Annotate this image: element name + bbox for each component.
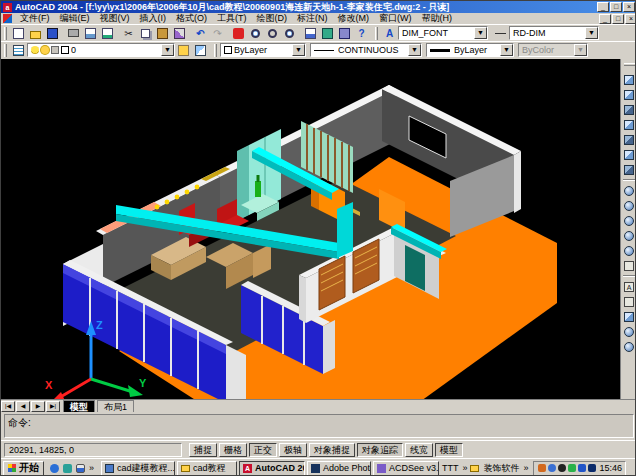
open-icon[interactable] bbox=[27, 26, 44, 41]
doc-minimize-button[interactable]: _ bbox=[599, 14, 611, 24]
dropdown-arrow-icon[interactable]: ▼ bbox=[408, 44, 421, 56]
gouraud-shaded-icon[interactable] bbox=[622, 132, 636, 147]
chevron-icon[interactable]: » bbox=[463, 463, 468, 473]
polar-toggle[interactable]: 极轴 bbox=[279, 443, 307, 457]
model-toggle[interactable]: 模型 bbox=[435, 443, 463, 457]
undo-icon[interactable]: ↶ bbox=[192, 26, 209, 41]
dropdown-arrow-icon[interactable]: ▼ bbox=[161, 44, 174, 56]
spelling-icon[interactable] bbox=[99, 26, 116, 41]
toolbar-grip[interactable] bbox=[624, 63, 635, 66]
materials-icon[interactable] bbox=[622, 243, 636, 258]
flat-shaded-icon[interactable] bbox=[622, 117, 636, 132]
drawing-canvas[interactable]: Z Y X A bbox=[1, 59, 636, 399]
minimize-button[interactable]: _ bbox=[597, 2, 609, 12]
make-object-layer-current-icon[interactable] bbox=[175, 43, 192, 58]
save-icon[interactable] bbox=[44, 26, 61, 41]
tab-next-icon[interactable]: ▶ bbox=[31, 401, 45, 412]
color-dropdown[interactable]: ByLayer ▼ bbox=[220, 43, 306, 57]
otrack-toggle[interactable]: 对象追踪 bbox=[357, 443, 403, 457]
browser-icon[interactable] bbox=[50, 464, 59, 473]
plot-preview-icon[interactable] bbox=[82, 26, 99, 41]
paste-icon[interactable] bbox=[154, 26, 171, 41]
layer-manager-icon[interactable] bbox=[10, 43, 27, 58]
close-button[interactable]: × bbox=[623, 2, 635, 12]
layer-freeze-icon[interactable] bbox=[41, 46, 49, 54]
chevron-icon[interactable]: » bbox=[89, 463, 94, 473]
mapping-icon[interactable] bbox=[622, 339, 636, 354]
properties-icon[interactable] bbox=[302, 26, 319, 41]
tab-layout1[interactable]: 布局1 bbox=[97, 400, 134, 412]
tray-icon-6[interactable] bbox=[588, 464, 596, 472]
tab-first-icon[interactable]: |◀ bbox=[1, 401, 15, 412]
language-indicator[interactable]: TTT bbox=[442, 463, 459, 473]
layer-lock-icon[interactable] bbox=[51, 46, 59, 54]
gouraud-shaded-edges-icon[interactable] bbox=[622, 162, 636, 177]
tray-icon-2[interactable] bbox=[548, 464, 556, 472]
show-desktop-icon[interactable] bbox=[63, 464, 72, 473]
ortho-toggle[interactable]: 正交 bbox=[249, 443, 277, 457]
tray-icon-1[interactable] bbox=[538, 464, 546, 472]
zoom-realtime-icon[interactable] bbox=[247, 26, 264, 41]
tab-model[interactable]: 模型 bbox=[63, 400, 95, 412]
toolbar-grip[interactable] bbox=[4, 44, 7, 57]
cut-icon[interactable]: ✂ bbox=[120, 26, 137, 41]
linetype-dropdown[interactable]: CONTINUOUS ▼ bbox=[310, 43, 422, 57]
tool-palettes-icon[interactable] bbox=[336, 26, 353, 41]
osnap-toggle[interactable]: 对象捕捉 bbox=[309, 443, 355, 457]
taskbar-toolbar-label[interactable]: 装饰软件 bbox=[484, 462, 520, 475]
redo-icon[interactable]: ↷ bbox=[209, 26, 226, 41]
snap-toggle[interactable]: 捕捉 bbox=[189, 443, 217, 457]
copy-icon[interactable] bbox=[137, 26, 154, 41]
tray-icon-5[interactable] bbox=[578, 464, 586, 472]
task-autocad[interactable]: A AutoCAD 200... bbox=[239, 461, 305, 476]
lineweight-toggle[interactable]: 线宽 bbox=[405, 443, 433, 457]
task-cad-modeling-tutorial[interactable]: cad建模教程... bbox=[101, 461, 175, 476]
text-style-icon[interactable]: A bbox=[381, 26, 398, 41]
plot-icon[interactable] bbox=[65, 26, 82, 41]
command-prompt[interactable]: 命令: bbox=[4, 414, 634, 438]
start-button[interactable]: 开始 bbox=[3, 461, 44, 476]
maximize-button[interactable]: □ bbox=[610, 2, 622, 12]
layer-previous-icon[interactable] bbox=[192, 43, 209, 58]
doc-restore-button[interactable]: □ bbox=[612, 14, 624, 24]
background-icon[interactable] bbox=[622, 309, 636, 324]
dropdown-arrow-icon[interactable]: ▼ bbox=[292, 44, 305, 56]
task-photoshop[interactable]: Adobe Photo... bbox=[307, 461, 371, 476]
lights-icon[interactable] bbox=[622, 228, 636, 243]
toolbar-grip[interactable] bbox=[4, 27, 7, 40]
fog-icon[interactable] bbox=[622, 324, 636, 339]
landscape-icon[interactable] bbox=[622, 294, 636, 309]
render-text-icon[interactable]: A bbox=[622, 279, 636, 294]
text-style-dropdown[interactable]: DIM_FONT ▼ bbox=[398, 26, 488, 40]
doc-close-button[interactable]: × bbox=[625, 14, 636, 24]
designcenter-icon[interactable] bbox=[319, 26, 336, 41]
chevron-icon[interactable]: » bbox=[524, 463, 529, 473]
layer-on-icon[interactable] bbox=[31, 46, 39, 54]
help-icon[interactable]: ? bbox=[353, 26, 370, 41]
render-icon[interactable] bbox=[622, 198, 636, 213]
dropdown-arrow-icon[interactable]: ▼ bbox=[474, 27, 487, 39]
hidden-icon[interactable] bbox=[622, 102, 636, 117]
tray-icon-4[interactable] bbox=[568, 464, 576, 472]
layer-dropdown[interactable]: 0 ▼ bbox=[27, 43, 175, 57]
task-cad-tutorial-folder[interactable]: cad教程 bbox=[177, 461, 237, 476]
hide-icon[interactable] bbox=[622, 183, 636, 198]
zoom-previous-icon[interactable] bbox=[281, 26, 298, 41]
tab-last-icon[interactable]: ▶| bbox=[46, 401, 60, 412]
scenes-icon[interactable] bbox=[622, 213, 636, 228]
3d-wireframe-icon[interactable] bbox=[622, 87, 636, 102]
grid-toggle[interactable]: 栅格 bbox=[219, 443, 247, 457]
dropdown-arrow-icon[interactable]: ▼ bbox=[500, 44, 513, 56]
dropdown-arrow-icon[interactable]: ▼ bbox=[585, 27, 598, 39]
new-icon[interactable] bbox=[10, 26, 27, 41]
tab-prev-icon[interactable]: ◀ bbox=[16, 401, 30, 412]
pan-realtime-icon[interactable] bbox=[230, 26, 247, 41]
task-acdsee[interactable]: ACDSee v3.1... bbox=[373, 461, 439, 476]
dim-style-icon[interactable] bbox=[492, 26, 509, 41]
tray-icon-3[interactable] bbox=[558, 464, 566, 472]
command-line-window[interactable]: 命令: bbox=[1, 412, 636, 440]
media-player-icon[interactable] bbox=[76, 464, 85, 473]
2d-wireframe-icon[interactable] bbox=[622, 72, 636, 87]
flat-shaded-edges-icon[interactable] bbox=[622, 147, 636, 162]
match-properties-icon[interactable] bbox=[171, 26, 188, 41]
